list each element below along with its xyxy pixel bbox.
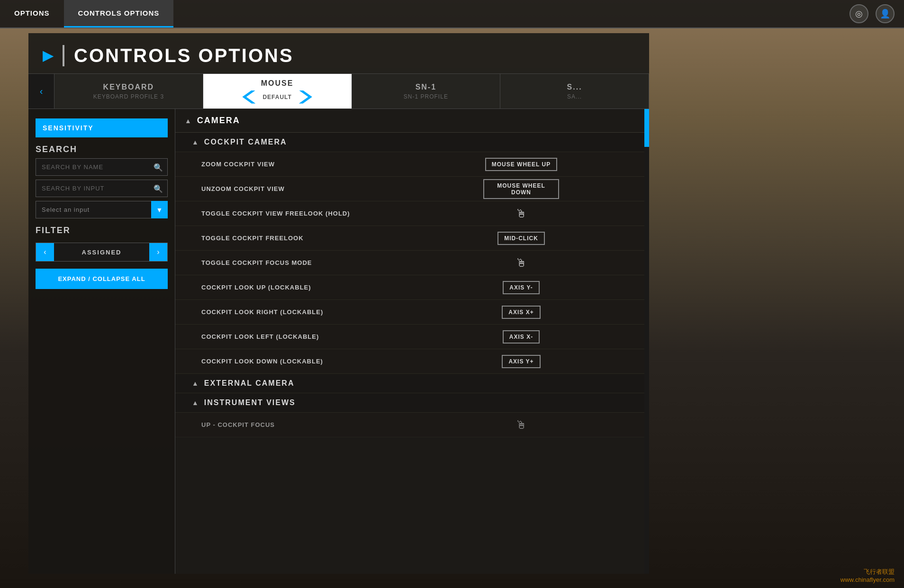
mouse-profile-next-button[interactable]: ›	[299, 90, 312, 104]
filter-prev-button[interactable]: ‹	[36, 243, 54, 261]
profile-tab-sn1[interactable]: SN-1 SN-1 PROFILE	[352, 74, 501, 109]
watermark-line1: 飞行者联盟	[841, 568, 895, 576]
key-badge: MOUSE WHEEL UP	[485, 158, 557, 171]
table-row: UNZOOM COCKPIT VIEW MOUSE WHEEL DOWN	[175, 177, 644, 201]
content-area: SENSITIVITY SEARCH 🔍 🔍 Select an input	[28, 109, 649, 574]
mouse-tab-nav: ‹ DEFAULT ›	[242, 90, 312, 104]
profile-prev-button[interactable]: ‹	[28, 74, 54, 109]
left-sidebar: SENSITIVITY SEARCH 🔍 🔍 Select an input	[28, 109, 175, 574]
watermark: 飞行者联盟 www.chinaflyer.com	[841, 568, 895, 583]
select-input-wrap: Select an input ▼	[36, 201, 168, 218]
camera-category-label: CAMERA	[197, 116, 240, 126]
table-row: TOGGLE COCKPIT FOCUS MODE 🖱	[175, 251, 644, 275]
tab-options[interactable]: OPTIONS	[0, 0, 64, 27]
sn1-tab-sub: SN-1 PROFILE	[404, 93, 448, 100]
title-arrow-icon: ▶	[43, 48, 53, 63]
keyboard-tab-sub: KEYBOARD PROFILE 3	[93, 93, 164, 100]
profile-tab-keyboard[interactable]: KEYBOARD KEYBOARD PROFILE 3	[54, 74, 203, 109]
external-camera-label: EXTERNAL CAMERA	[204, 379, 295, 388]
keyboard-tab-name: KEYBOARD	[103, 83, 154, 91]
cockpit-camera-label: COCKPIT CAMERA	[204, 138, 287, 146]
top-nav: OPTIONS CONTROLS OPTIONS ◎ 👤	[0, 0, 904, 28]
mouse-tab-sub: DEFAULT	[262, 94, 291, 100]
binding-name: ZOOM COCKPIT VIEW	[201, 161, 483, 168]
filter-section: FILTER ‹ ASSIGNED ›	[36, 226, 168, 262]
key-badge: AXIS X+	[502, 306, 540, 319]
search-by-input-wrap: 🔍	[36, 180, 168, 197]
table-row: COCKPIT LOOK DOWN (LOCKABLE) AXIS Y+	[175, 349, 644, 374]
mouse-icon: 🖱	[515, 256, 527, 270]
table-row: TOGGLE COCKPIT VIEW FREELOOK (HOLD) 🖱	[175, 201, 644, 226]
instrument-views-label: INSTRUMENT VIEWS	[204, 398, 296, 407]
title-divider	[63, 45, 64, 66]
search-by-name-input[interactable]	[36, 158, 168, 176]
binding-key1[interactable]: AXIS X-	[483, 330, 559, 344]
camera-collapse-icon: ▲	[185, 117, 192, 125]
subcategory-instrument-views-header[interactable]: ▲ INSTRUMENT VIEWS	[175, 393, 644, 413]
sensitivity-button[interactable]: SENSITIVITY	[36, 118, 168, 137]
right-panel: ▲ CAMERA ▲ COCKPIT CAMERA ZOOM COCKPIT V…	[175, 109, 649, 574]
mouse-tab-name: MOUSE	[261, 79, 294, 88]
table-row: COCKPIT LOOK UP (LOCKABLE) AXIS Y-	[175, 275, 644, 300]
binding-key1[interactable]: 🖱	[483, 256, 559, 270]
sa-tab-name: S...	[567, 83, 582, 91]
table-row: ZOOM COCKPIT VIEW MOUSE WHEEL UP	[175, 152, 644, 177]
binding-key1[interactable]: AXIS Y-	[483, 281, 559, 294]
binding-name: TOGGLE COCKPIT FREELOOK	[201, 235, 483, 242]
expand-collapse-button[interactable]: EXPAND / COLLAPSE ALL	[36, 269, 168, 289]
bindings-list: ▲ CAMERA ▲ COCKPIT CAMERA ZOOM COCKPIT V…	[175, 109, 644, 574]
sn1-tab-name: SN-1	[416, 83, 436, 91]
binding-key1[interactable]: AXIS Y+	[483, 355, 559, 368]
main-panel: ▶ CONTROLS OPTIONS ‹ KEYBOARD KEYBOARD P…	[28, 33, 649, 574]
mouse-profile-prev-button[interactable]: ‹	[242, 90, 255, 104]
key-badge: AXIS Y+	[502, 355, 540, 368]
search-name-icon: 🔍	[154, 163, 163, 172]
binding-name: COCKPIT LOOK DOWN (LOCKABLE)	[201, 358, 483, 365]
search-input-icon: 🔍	[154, 184, 163, 193]
filter-next-button[interactable]: ›	[149, 243, 167, 261]
sa-tab-sub: SA...	[567, 93, 582, 100]
table-row: COCKPIT LOOK LEFT (LOCKABLE) AXIS X-	[175, 325, 644, 349]
instrument-views-collapse-icon: ▲	[192, 399, 199, 407]
page-title-bar: ▶ CONTROLS OPTIONS	[28, 33, 649, 73]
cockpit-camera-collapse-icon: ▲	[192, 138, 199, 146]
binding-name: TOGGLE COCKPIT FOCUS MODE	[201, 259, 483, 266]
binding-key1[interactable]: MOUSE WHEEL UP	[483, 158, 559, 171]
compass-icon[interactable]: ◎	[850, 4, 868, 23]
filter-nav: ‹ ASSIGNED ›	[36, 243, 168, 262]
profile-tab-mouse[interactable]: MOUSE ‹ DEFAULT ›	[203, 74, 352, 109]
binding-name: TOGGLE COCKPIT VIEW FREELOOK (HOLD)	[201, 210, 483, 217]
mouse-icon: 🖱	[515, 418, 527, 432]
search-by-name-wrap: 🔍	[36, 158, 168, 176]
binding-key1[interactable]: MID-CLICK	[483, 232, 559, 245]
select-input-dropdown[interactable]: Select an input	[36, 201, 168, 218]
nav-icons: ◎ 👤	[850, 0, 904, 27]
binding-name: UNZOOM COCKPIT VIEW	[201, 185, 483, 192]
binding-name: COCKPIT LOOK LEFT (LOCKABLE)	[201, 333, 483, 340]
profile-bar: ‹ KEYBOARD KEYBOARD PROFILE 3 MOUSE ‹ DE…	[28, 73, 649, 109]
scrollbar[interactable]	[644, 109, 649, 574]
binding-name: COCKPIT LOOK UP (LOCKABLE)	[201, 284, 483, 291]
subcategory-external-camera-header[interactable]: ▲ EXTERNAL CAMERA	[175, 374, 644, 393]
search-section: SEARCH 🔍 🔍 Select an input ▼	[36, 145, 168, 218]
page-title: CONTROLS OPTIONS	[74, 45, 294, 66]
search-by-input-input[interactable]	[36, 180, 168, 197]
binding-key1[interactable]: AXIS X+	[483, 306, 559, 319]
user-icon[interactable]: 👤	[876, 4, 895, 23]
category-camera-header[interactable]: ▲ CAMERA	[175, 109, 644, 133]
tab-controls-options[interactable]: CONTROLS OPTIONS	[64, 0, 174, 27]
binding-key1[interactable]: 🖱	[483, 418, 559, 432]
binding-key1[interactable]: 🖱	[483, 207, 559, 220]
profile-tab-sa[interactable]: S... SA...	[500, 74, 649, 109]
subcategory-cockpit-camera-header[interactable]: ▲ COCKPIT CAMERA	[175, 133, 644, 152]
table-row: COCKPIT LOOK RIGHT (LOCKABLE) AXIS X+	[175, 300, 644, 325]
external-camera-collapse-icon: ▲	[192, 380, 199, 387]
binding-name: COCKPIT LOOK RIGHT (LOCKABLE)	[201, 308, 483, 316]
watermark-line2: www.chinaflyer.com	[841, 576, 895, 583]
binding-name: UP - COCKPIT FOCUS	[201, 421, 483, 428]
filter-label: FILTER	[36, 226, 168, 235]
scrollbar-thumb	[644, 109, 649, 147]
key-badge: MOUSE WHEEL DOWN	[483, 179, 559, 199]
filter-value: ASSIGNED	[54, 249, 149, 256]
binding-key1[interactable]: MOUSE WHEEL DOWN	[483, 179, 559, 199]
